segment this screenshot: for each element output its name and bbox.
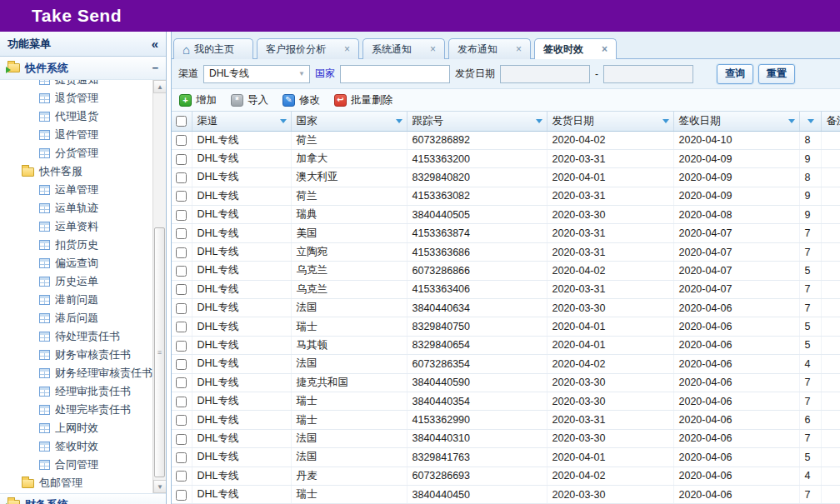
row-checkbox[interactable] (176, 266, 187, 277)
country-input[interactable] (340, 65, 450, 83)
close-tab-icon[interactable]: × (602, 44, 608, 54)
row-checkbox[interactable] (176, 135, 187, 146)
row-checkbox[interactable] (176, 452, 187, 463)
table-row[interactable]: DHL专线 法国 8329841763 2020-04-01 2020-04-0… (172, 448, 840, 467)
scroll-up-icon[interactable]: ▲ (153, 80, 167, 93)
header-country[interactable]: 国家 (291, 112, 407, 131)
header-remark[interactable]: 备注 (821, 112, 840, 131)
row-checkbox[interactable] (176, 341, 187, 352)
sidebar-item[interactable]: 上网时效 (0, 419, 152, 437)
reset-button[interactable]: 重置 (758, 64, 795, 84)
sidebar-item[interactable]: 运单轨迹 (0, 199, 152, 217)
row-checkbox[interactable] (176, 415, 187, 426)
sidebar-item[interactable]: 港前问题 (0, 291, 152, 309)
row-checkbox[interactable] (176, 172, 187, 183)
row-checkbox[interactable] (176, 490, 187, 501)
tab[interactable]: ⌂ 发布通知 × (448, 38, 531, 59)
batch-delete-button[interactable]: ↩ 批量删除 (332, 92, 399, 109)
table-row[interactable]: DHL专线 捷克共和国 3840440590 2020-03-30 2020-0… (172, 373, 840, 392)
row-checkbox[interactable] (176, 359, 187, 370)
table-row[interactable]: DHL专线 荷兰 6073286892 2020-04-02 2020-04-1… (172, 131, 840, 149)
sidebar-item[interactable]: 退件管理 (0, 126, 152, 144)
table-row[interactable]: DHL专线 立陶宛 4153363686 2020-03-31 2020-04-… (172, 242, 840, 261)
table-row[interactable]: DHL专线 瑞士 3840440450 2020-03-30 2020-04-0… (172, 485, 840, 503)
import-button[interactable]: * 导入 (228, 92, 275, 109)
sidebar-item[interactable]: 分货管理 (0, 144, 152, 162)
table-row[interactable]: DHL专线 澳大利亚 8329840820 2020-04-01 2020-04… (172, 168, 840, 187)
sidebar-item[interactable]: 待处理责任书 (0, 327, 152, 346)
close-tab-icon[interactable]: × (430, 44, 436, 54)
header-days[interactable] (799, 112, 821, 131)
sidebar-item[interactable]: 历史运单 (0, 272, 152, 291)
row-checkbox[interactable] (176, 434, 187, 445)
header-tracking-no[interactable]: 跟踪号 (407, 112, 547, 131)
filter-icon[interactable] (788, 119, 795, 123)
sidebar-item[interactable]: 处理完毕责任书 (0, 401, 152, 419)
table-row[interactable]: DHL专线 法国 3840440310 2020-03-30 2020-04-0… (172, 429, 840, 447)
filter-icon[interactable] (808, 119, 814, 123)
sidebar-item[interactable]: 提货通知 (0, 80, 152, 89)
search-button[interactable]: 查询 (717, 64, 753, 84)
sidebar-item[interactable]: 财务经理审核责任书 (0, 364, 152, 382)
ship-date-to-input[interactable] (603, 65, 693, 83)
table-row[interactable]: DHL专线 马其顿 8329840654 2020-04-01 2020-04-… (172, 336, 840, 354)
sidebar-item[interactable]: 扣货历史 (0, 236, 152, 254)
row-checkbox[interactable] (176, 154, 187, 165)
sidebar-item[interactable]: 退货管理 (0, 89, 152, 107)
sidebar-item[interactable]: 合同管理 (0, 456, 152, 474)
table-row[interactable]: DHL专线 法国 3840440634 2020-03-30 2020-04-0… (172, 299, 840, 317)
row-checkbox[interactable] (176, 303, 187, 314)
tab[interactable]: ⌂ 签收时效 × (534, 38, 617, 59)
row-checkbox[interactable] (176, 247, 187, 258)
sidebar-section-express-system[interactable]: 快件系统 − (0, 57, 166, 80)
filter-icon[interactable] (280, 119, 287, 123)
table-row[interactable]: DHL专线 荷兰 4153363082 2020-03-31 2020-04-0… (172, 187, 840, 205)
filter-icon[interactable] (536, 119, 542, 123)
tab[interactable]: ⌂ 我的主页 × (173, 38, 253, 59)
sidebar-section-finance-system[interactable]: 财务系统 (0, 493, 166, 504)
close-tab-icon[interactable]: × (516, 44, 522, 54)
header-channel[interactable]: 渠道 (192, 112, 291, 131)
select-all-checkbox[interactable] (176, 116, 187, 127)
tab[interactable]: ⌂ 客户报价分析 × (257, 38, 359, 59)
sidebar-item[interactable]: 运单管理 (0, 181, 152, 199)
add-button[interactable]: + 增加 (177, 92, 223, 109)
table-row[interactable]: DHL专线 瑞士 4153362990 2020-03-31 2020-04-0… (172, 411, 840, 429)
sidebar-item[interactable]: 运单资料 (0, 217, 152, 236)
tab[interactable]: ⌂ 系统通知 × (362, 38, 445, 59)
sidebar-scrollbar[interactable]: ▲ ≡ ▼ (152, 80, 166, 493)
sidebar-item[interactable]: 经理审批责任书 (0, 382, 152, 401)
sidebar-item[interactable]: 财务审核责任书 (0, 346, 152, 364)
scrollbar-thumb[interactable]: ≡ (154, 227, 165, 477)
sidebar-item[interactable]: 偏远查询 (0, 254, 152, 272)
row-checkbox[interactable] (176, 397, 187, 407)
collapse-section-icon[interactable]: − (152, 62, 158, 74)
row-checkbox[interactable] (176, 191, 187, 202)
ship-date-from-input[interactable] (500, 65, 590, 83)
row-checkbox[interactable] (176, 471, 187, 482)
row-checkbox[interactable] (176, 377, 187, 388)
edit-button[interactable]: ✎ 修改 (280, 92, 327, 109)
table-row[interactable]: DHL专线 丹麦 6073286693 2020-04-02 2020-04-0… (172, 467, 840, 485)
table-row[interactable]: DHL专线 瑞典 3840440505 2020-03-30 2020-04-0… (172, 206, 840, 224)
sidebar-item[interactable]: 快件客服 (0, 162, 152, 181)
collapse-sidebar-icon[interactable]: « (152, 37, 158, 51)
table-row[interactable]: DHL专线 加拿大 4153363200 2020-03-31 2020-04-… (172, 149, 840, 167)
channel-select[interactable]: DHL专线 ▼ (203, 65, 310, 83)
filter-icon[interactable] (662, 119, 669, 123)
sidebar-item[interactable]: 包邮管理 (0, 474, 152, 492)
table-row[interactable]: DHL专线 乌克兰 4153363406 2020-03-31 2020-04-… (172, 280, 840, 298)
sidebar-item[interactable]: 代理退货 (0, 107, 152, 126)
close-tab-icon[interactable]: × (344, 44, 350, 54)
row-checkbox[interactable] (176, 322, 187, 332)
sidebar-item[interactable]: 港后问题 (0, 309, 152, 327)
table-row[interactable]: DHL专线 法国 6073286354 2020-04-02 2020-04-0… (172, 355, 840, 373)
table-row[interactable]: DHL专线 乌克兰 6073286866 2020-04-02 2020-04-… (172, 262, 840, 280)
filter-icon[interactable] (396, 119, 402, 123)
row-checkbox[interactable] (176, 228, 187, 239)
table-row[interactable]: DHL专线 美国 4153363874 2020-03-31 2020-04-0… (172, 224, 840, 242)
header-sign-date[interactable]: 签收日期 (673, 112, 799, 131)
sidebar-item[interactable]: 签收时效 (0, 437, 152, 456)
row-checkbox[interactable] (176, 210, 187, 221)
header-ship-date[interactable]: 发货日期 (547, 112, 673, 131)
